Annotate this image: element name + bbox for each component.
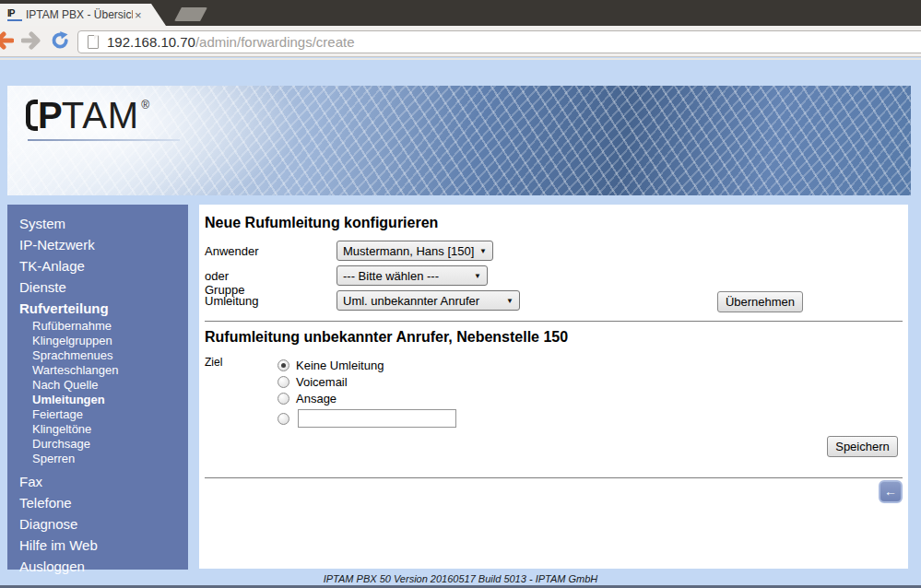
ansage-label: Ansage bbox=[296, 392, 337, 406]
url-path: /admin/forwardings/create bbox=[195, 34, 355, 50]
browser-toolbar: 192.168.10.70/admin/forwardings/create bbox=[0, 26, 921, 57]
sidebar-item-telefone[interactable]: Telefone bbox=[7, 492, 188, 513]
sidebar-item-fax[interactable]: Fax bbox=[7, 471, 188, 492]
radio-row-keine-umleitung: Keine Umleitung bbox=[277, 358, 384, 372]
sidebar-nav: SystemIP-NetzwerkTK-AnlageDiensteRufvert… bbox=[7, 205, 188, 570]
umleitung-select-value: Uml. unbekannter Anrufer bbox=[343, 294, 479, 308]
ansage-radio[interactable] bbox=[277, 393, 289, 405]
back-arrow-icon bbox=[0, 31, 14, 50]
logo-letter-p: P bbox=[38, 97, 62, 134]
sidebar-item-umleitungen[interactable]: Umleitungen bbox=[7, 393, 188, 407]
anwender-select[interactable]: Mustermann, Hans [150] ▼ bbox=[337, 241, 493, 261]
iptam-banner: P TAM ® bbox=[7, 86, 911, 195]
forward-arrow-icon bbox=[21, 31, 45, 50]
reload-icon bbox=[49, 31, 73, 50]
umleitung-select[interactable]: Uml. unbekannter Anrufer ▼ bbox=[337, 290, 520, 311]
url-host: 192.168.10.70 bbox=[107, 34, 195, 50]
sidebar-item-sperren[interactable]: Sperren bbox=[7, 452, 188, 466]
sidebar-menu: SystemIP-NetzwerkTK-AnlageDiensteRufvert… bbox=[7, 205, 188, 577]
custom-number-input[interactable] bbox=[298, 409, 456, 428]
voicemail-radio[interactable] bbox=[277, 376, 289, 388]
sidebar-item-system[interactable]: System bbox=[7, 213, 188, 234]
ziel-label: Ziel bbox=[205, 356, 222, 369]
iptam-favicon-icon: IP bbox=[7, 8, 22, 21]
sidebar-item-rufübernahme[interactable]: Rufübernahme bbox=[7, 319, 188, 334]
radio-row-custom-number bbox=[277, 411, 289, 426]
tab-close-icon[interactable]: × bbox=[135, 9, 142, 21]
dropdown-arrow-icon: ▼ bbox=[506, 297, 514, 305]
iptam-logo: P TAM ® bbox=[26, 97, 149, 134]
sidebar-item-klingeltöne[interactable]: Klingeltöne bbox=[7, 422, 188, 437]
logo-underline bbox=[28, 139, 180, 141]
sidebar-item-rufverteilung[interactable]: Rufverteilung bbox=[7, 298, 188, 319]
back-button[interactable] bbox=[0, 31, 14, 50]
url-text: 192.168.10.70/admin/forwardings/create bbox=[107, 34, 355, 50]
gruppe-select-value: --- Bitte wählen --- bbox=[343, 269, 439, 283]
dropdown-arrow-icon: ▼ bbox=[479, 247, 487, 255]
sidebar-item-warteschlangen[interactable]: Warteschlangen bbox=[7, 363, 188, 378]
page-document-icon bbox=[88, 35, 99, 49]
speichern-button[interactable]: Speichern bbox=[827, 436, 898, 457]
logo-bracket-shape bbox=[26, 100, 38, 131]
radio-row-ansage: Ansage bbox=[277, 391, 337, 406]
sidebar-item-dienste[interactable]: Dienste bbox=[7, 276, 188, 298]
keine-umleitung-label: Keine Umleitung bbox=[296, 359, 384, 372]
section-divider bbox=[205, 321, 903, 322]
logo-registered-mark: ® bbox=[141, 99, 149, 112]
sidebar-item-ip-netzwerk[interactable]: IP-Netzwerk bbox=[7, 234, 188, 255]
navigate-back-button[interactable]: ← bbox=[879, 480, 903, 503]
gruppe-select[interactable]: --- Bitte wählen --- ▼ bbox=[337, 265, 488, 286]
browser-tab[interactable]: IP IPTAM PBX - Übersich × bbox=[0, 4, 166, 26]
browser-tab-bar: IP IPTAM PBX - Übersich × bbox=[0, 0, 921, 26]
sidebar-item-klingelgruppen[interactable]: Klingelgruppen bbox=[7, 334, 188, 348]
sidebar-item-diagnose[interactable]: Diagnose bbox=[7, 513, 188, 535]
sidebar-item-sprachmenues[interactable]: Sprachmenues bbox=[7, 348, 188, 363]
custom-number-radio[interactable] bbox=[277, 413, 289, 425]
voicemail-label: Voicemail bbox=[296, 375, 348, 389]
anwender-select-value: Mustermann, Hans [150] bbox=[343, 244, 474, 258]
tab-title: IPTAM PBX - Übersich bbox=[26, 8, 133, 21]
reload-button[interactable] bbox=[49, 31, 73, 50]
radio-row-voicemail: Voicemail bbox=[277, 374, 348, 389]
sidebar-item-durchsage[interactable]: Durchsage bbox=[7, 437, 188, 452]
bottom-divider bbox=[205, 477, 903, 478]
logo-text-tam: TAM bbox=[62, 97, 139, 134]
new-tab-button[interactable] bbox=[174, 7, 207, 21]
sidebar-item-tk-anlage[interactable]: TK-Anlage bbox=[7, 255, 188, 276]
uebernehmen-button[interactable]: Übernehmen bbox=[717, 291, 803, 312]
back-arrow-icon: ← bbox=[884, 484, 897, 499]
forward-button[interactable] bbox=[21, 31, 45, 50]
page-title: Neue Rufumleitung konfigurieren bbox=[205, 215, 438, 231]
anwender-label: Anwender bbox=[205, 244, 259, 258]
sidebar-item-hilfe-im-web[interactable]: Hilfe im Web bbox=[7, 535, 188, 556]
dropdown-arrow-icon: ▼ bbox=[474, 272, 481, 280]
sidebar-item-nach-quelle[interactable]: Nach Quelle bbox=[7, 378, 188, 393]
footer-version-text: IPTAM PBX 50 Version 20160517 Build 5013… bbox=[0, 573, 921, 584]
section-title: Rufumleitung unbekannter Anrufer, Nebens… bbox=[205, 329, 568, 346]
gruppe-label: oder Gruppe bbox=[205, 269, 244, 297]
keine-umleitung-radio[interactable] bbox=[277, 359, 289, 371]
address-bar[interactable]: 192.168.10.70/admin/forwardings/create bbox=[77, 30, 921, 53]
main-content: Neue Rufumleitung konfigurieren Anwender… bbox=[199, 205, 908, 569]
umleitung-label: Umleitung bbox=[205, 294, 259, 308]
toolbar-bottom-strip bbox=[0, 58, 921, 60]
sidebar-item-feiertage[interactable]: Feiertage bbox=[7, 407, 188, 422]
